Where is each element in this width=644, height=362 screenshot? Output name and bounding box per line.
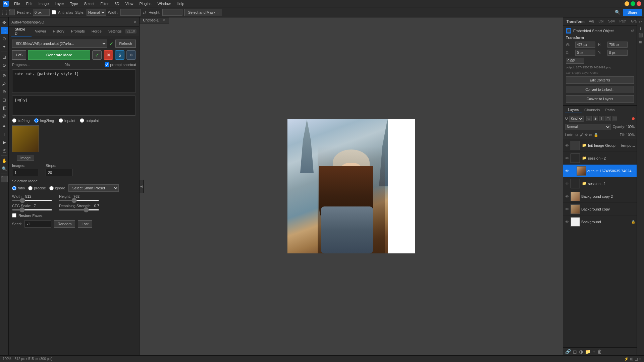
images-input[interactable] (12, 169, 39, 176)
layer-eye-bgcopy[interactable]: 👁 (565, 207, 569, 212)
anti-alias-checkbox[interactable] (52, 10, 56, 14)
eyedropper-tool[interactable]: ⊘ (1, 61, 8, 69)
menu-filter[interactable]: Filter (98, 1, 111, 6)
w-prop-input[interactable] (575, 42, 595, 48)
layers-tab-paths[interactable]: Paths (603, 107, 618, 113)
refresh-button[interactable]: Refresh (115, 40, 136, 48)
height-slider[interactable] (59, 200, 99, 201)
lasso-tool[interactable]: ⊙ (1, 35, 8, 42)
blend-mode-select[interactable]: Normal (565, 124, 611, 130)
height-input[interactable] (162, 9, 182, 16)
ignore-radio[interactable] (49, 186, 54, 190)
menu-plugins[interactable]: Plugins (137, 1, 154, 6)
quick-select-tool[interactable]: ✦ (1, 43, 8, 50)
canvas-area[interactable]: Untitled-1 ✕ (140, 17, 563, 355)
random-button[interactable]: Random (54, 220, 75, 228)
tab-adj[interactable]: Adj (587, 19, 595, 24)
ratio-option[interactable]: ratio (12, 186, 25, 190)
type-tool[interactable]: T (1, 130, 8, 138)
y-prop-input[interactable] (607, 50, 628, 56)
style-select[interactable]: Normal (87, 9, 106, 16)
tab-close-icon[interactable]: ✕ (162, 18, 165, 22)
lock-artboard-icon[interactable]: ▭ (589, 133, 592, 137)
lock-position-icon[interactable]: ✥ (585, 133, 588, 137)
menu-edit[interactable]: Edit (23, 1, 35, 6)
panel-collapse-button[interactable]: ◀ (140, 180, 144, 193)
outpaint-radio[interactable] (80, 118, 84, 123)
marquee-tool[interactable]: ⬚ (1, 27, 8, 34)
filter-smart-icon[interactable]: ⬛ (612, 116, 617, 121)
denoising-slider[interactable] (59, 209, 99, 210)
inpaint-radio[interactable] (59, 118, 63, 123)
menu-file[interactable]: File (11, 1, 23, 6)
kind-filter-select[interactable]: Kind (569, 116, 584, 122)
shape-tool[interactable]: ◰ (1, 146, 8, 154)
positive-prompt-input[interactable]: cute cat, {painterly_style_1} (12, 69, 136, 93)
tab-horde[interactable]: Horde (88, 28, 105, 35)
zoom-tool[interactable]: 🔍 (1, 165, 8, 172)
tab-stable-d[interactable]: Stable D (11, 26, 32, 37)
tab-path[interactable]: Path (618, 19, 628, 24)
share-button[interactable]: Share (623, 9, 642, 16)
lock-paint-icon[interactable]: 🖌 (580, 133, 583, 137)
steps-input[interactable] (46, 169, 72, 176)
precise-option[interactable]: precise (28, 186, 46, 190)
restore-faces-checkbox[interactable] (12, 213, 16, 218)
img2img-option[interactable]: img2img (34, 118, 54, 123)
h-prop-input[interactable] (607, 42, 628, 48)
eraser-tool[interactable]: ◻ (1, 96, 8, 103)
tab-col[interactable]: Col (597, 19, 605, 24)
layer-eye-bgcopy2[interactable]: 👁 (565, 194, 569, 199)
healing-brush-tool[interactable]: ⊛ (1, 72, 8, 79)
layer-eye-bg[interactable]: 👁 (565, 220, 569, 224)
menu-view[interactable]: View (123, 1, 136, 6)
filter-type-icon[interactable]: T (599, 116, 604, 121)
convert-linked-button[interactable]: Convert to Linked... (566, 86, 634, 93)
menu-image[interactable]: Image (36, 1, 52, 6)
precise-radio[interactable] (28, 186, 33, 190)
swap-icon[interactable]: ⇄ (143, 10, 147, 15)
inpaint-option[interactable]: inpaint (59, 118, 75, 123)
menu-window[interactable]: Window (155, 1, 173, 6)
menu-3d[interactable]: 3D (112, 1, 122, 6)
layer-eye-output[interactable]: 👁 (565, 169, 569, 173)
clone-tool[interactable]: ⊕ (1, 88, 8, 95)
smart-preset-select[interactable]: Select Smart Preset (68, 184, 119, 192)
lock-transparent-icon[interactable]: ⊘ (575, 133, 578, 137)
negative-prompt-input[interactable]: {ugly} (12, 96, 136, 116)
crop-tool[interactable]: ⊡ (1, 53, 8, 61)
layer-bg-copy[interactable]: 👁 Background copy (563, 203, 637, 216)
menu-help[interactable]: Help (174, 1, 187, 6)
add-mask-button[interactable]: ◻ (573, 349, 577, 354)
tab-prompts[interactable]: Prompts (68, 28, 88, 35)
settings-icon-btn[interactable]: ⚙ (126, 50, 136, 60)
path-select-tool[interactable]: ▶ (1, 138, 8, 146)
new-adjustment-button[interactable]: ◑ (579, 349, 583, 354)
tab-history[interactable]: History (50, 28, 68, 35)
width-slider[interactable] (12, 200, 52, 201)
select-mask-button[interactable]: Select and Mask... (184, 9, 222, 16)
layer-bg-copy-2[interactable]: 👁 Background copy 2 (563, 190, 637, 203)
outpaint-option[interactable]: outpaint (80, 118, 99, 123)
plugin-close-button[interactable]: ✕ (133, 20, 137, 24)
hand-tool[interactable]: ✋ (1, 157, 8, 164)
link-layers-button[interactable]: 🔗 (565, 349, 571, 354)
ratio-radio[interactable] (12, 186, 16, 190)
width-input[interactable] (120, 9, 141, 16)
tab-gra[interactable]: Gra (629, 19, 637, 24)
layer-background[interactable]: 👁 Background 🔒 (563, 216, 637, 228)
prompt-shortcut-checkbox[interactable] (105, 62, 109, 67)
color-icon-btn[interactable]: ✓ (92, 50, 102, 60)
dollar-icon-btn[interactable]: $ (115, 50, 124, 60)
last-button[interactable]: Last (78, 220, 92, 228)
layer-session-2[interactable]: 👁 📁 session - 2 (563, 152, 637, 165)
lock-all-icon[interactable]: 🔒 (594, 133, 598, 137)
history-panel-icon[interactable]: ↩ (638, 19, 644, 25)
new-layer-button[interactable]: + (593, 349, 595, 354)
pen-tool[interactable]: ✒ (1, 122, 8, 130)
blur-tool[interactable]: ◎ (1, 112, 8, 119)
tab-settings[interactable]: Settings (105, 28, 125, 35)
swatches-panel-icon[interactable]: ⬛ (638, 32, 644, 38)
refresh-transform-icon[interactable]: ↺ (631, 29, 634, 33)
layers-tab-channels[interactable]: Channels (582, 107, 602, 113)
